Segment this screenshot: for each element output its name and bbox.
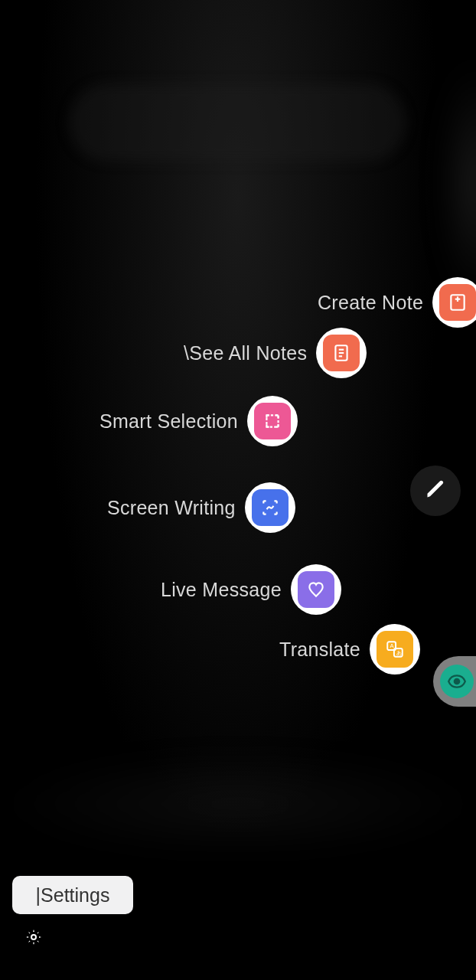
menu-label-live-message: Live Message bbox=[161, 579, 282, 601]
menu-item-smart-selection[interactable]: Smart Selection bbox=[99, 396, 298, 446]
create-note-icon bbox=[439, 284, 476, 321]
menu-item-translate[interactable]: Translate A あ bbox=[279, 624, 420, 675]
svg-text:あ: あ bbox=[396, 650, 402, 656]
see-all-notes-icon bbox=[323, 335, 360, 371]
background-pill bbox=[69, 84, 406, 161]
icon-circle-screen-writing bbox=[245, 482, 295, 533]
icon-circle-see-all-notes bbox=[316, 328, 367, 378]
menu-item-see-all-notes[interactable]: \See All Notes bbox=[184, 328, 367, 378]
menu-label-translate: Translate bbox=[279, 639, 360, 661]
settings-label: |Settings bbox=[36, 884, 110, 906]
svg-rect-7 bbox=[266, 415, 278, 426]
live-message-icon bbox=[298, 571, 334, 608]
menu-label-screen-writing: Screen Writing bbox=[107, 497, 236, 519]
menu-label-create-note: Create Note bbox=[318, 292, 423, 314]
smart-selection-icon bbox=[254, 403, 291, 439]
eye-icon bbox=[440, 665, 474, 698]
svg-text:A: A bbox=[390, 642, 394, 649]
gear-icon bbox=[24, 928, 43, 949]
icon-circle-translate: A あ bbox=[370, 624, 420, 675]
menu-label-see-all-notes: \See All Notes bbox=[184, 342, 307, 364]
svg-point-12 bbox=[455, 679, 460, 684]
menu-item-live-message[interactable]: Live Message bbox=[161, 564, 341, 615]
eye-edge-button[interactable] bbox=[433, 656, 476, 707]
icon-circle-live-message bbox=[291, 564, 341, 615]
background-glow-bottom bbox=[0, 750, 476, 858]
icon-circle-smart-selection bbox=[247, 396, 298, 446]
menu-label-smart-selection: Smart Selection bbox=[99, 410, 238, 433]
translate-icon: A あ bbox=[377, 631, 413, 668]
background-glow-right bbox=[445, 61, 476, 306]
icon-circle-create-note bbox=[432, 277, 476, 328]
menu-item-create-note[interactable]: Create Note bbox=[318, 277, 476, 328]
screen-writing-icon bbox=[252, 489, 289, 526]
menu-item-screen-writing[interactable]: Screen Writing bbox=[107, 482, 295, 533]
pen-icon bbox=[425, 479, 446, 503]
gear-button[interactable] bbox=[23, 928, 44, 949]
settings-button[interactable]: |Settings bbox=[12, 876, 133, 914]
pen-fab-button[interactable] bbox=[410, 466, 461, 516]
